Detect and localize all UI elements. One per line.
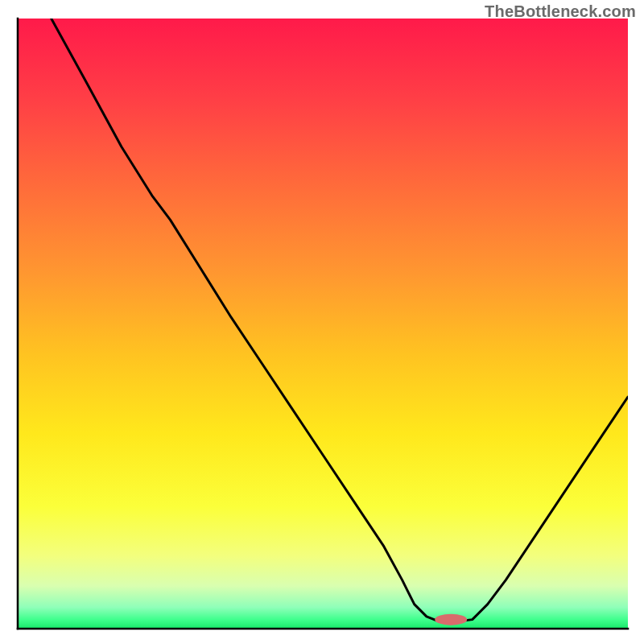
chart-background bbox=[18, 19, 628, 629]
chart-canvas: TheBottleneck.com bbox=[0, 0, 644, 644]
watermark-text: TheBottleneck.com bbox=[485, 2, 636, 21]
chart-svg bbox=[0, 0, 644, 644]
optimum-marker bbox=[435, 614, 467, 625]
